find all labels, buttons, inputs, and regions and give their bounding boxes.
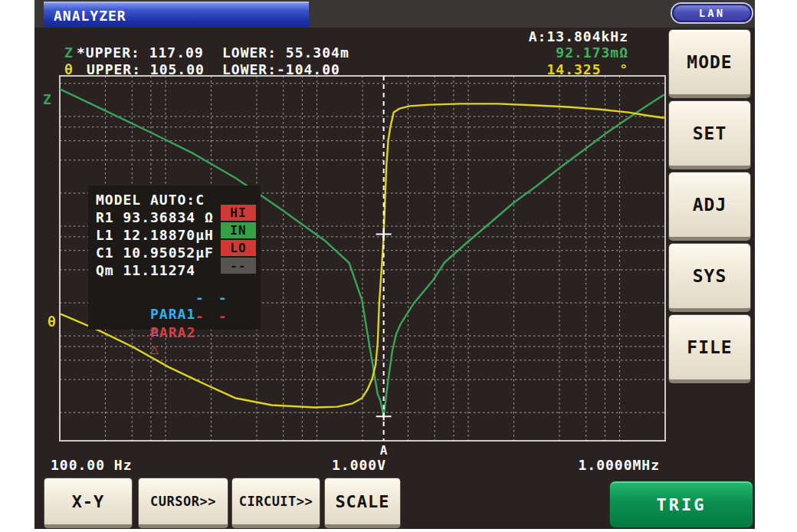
model-row-qm: Qm 11.11274 xyxy=(96,262,195,278)
limit-badge-none: -- xyxy=(221,258,256,274)
model-row-r1: R1 93.36834 Ω xyxy=(96,209,214,225)
page: ANALYZER LAN A:13.804kHz 92.173mΩ 14.325… xyxy=(0,0,797,532)
cursor-a-label: A xyxy=(378,443,390,458)
source-voltage-label: 1.000V xyxy=(332,457,386,473)
model-row-c1: C1 10.95052µF xyxy=(96,245,214,261)
limit-badge-lo: LO xyxy=(221,240,256,256)
para2-delta-icon: △ xyxy=(150,340,159,356)
limit-badge-in: IN xyxy=(221,222,256,238)
x-axis-end-label: 1.0000MHz xyxy=(578,457,660,473)
equivalent-circuit-model-box: MODEL AUTO:C R1 93.36834 Ω L1 12.18870µH… xyxy=(88,186,261,330)
theta-axis-label: θ xyxy=(48,314,57,330)
para2-value: - - xyxy=(195,308,230,324)
para2-row: PARA2 △ xyxy=(96,308,195,373)
limit-badge-hi: HI xyxy=(221,205,256,221)
model-row-l1: L1 12.18870µH xyxy=(96,227,214,243)
model-title: MODEL AUTO:C xyxy=(96,192,205,208)
para2-label: PARA2 xyxy=(150,324,195,340)
z-axis-label: Z xyxy=(43,91,52,107)
para1-value: - - xyxy=(195,290,230,306)
x-axis-start-label: 100.00 Hz xyxy=(51,457,133,473)
